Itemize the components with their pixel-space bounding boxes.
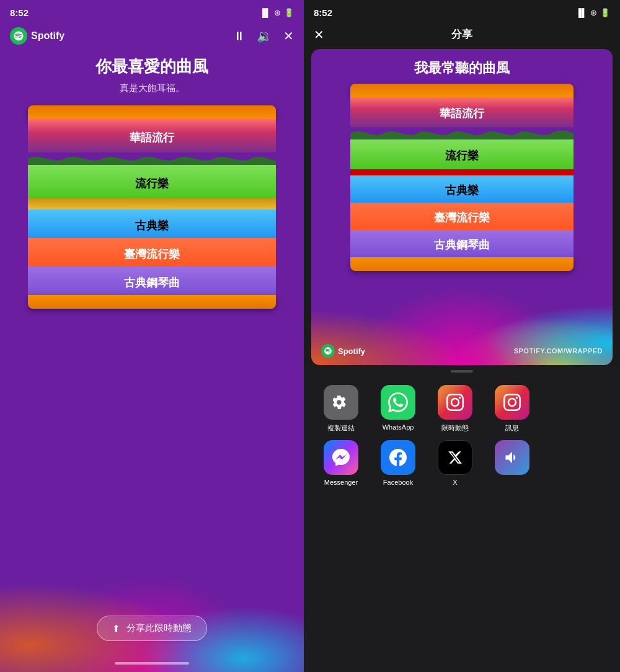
more-app-icon [495,440,529,475]
wave-divider-right [350,127,574,139]
stack-bottom-cap-right [350,257,574,271]
layer-3-text-left: 古典樂 [135,219,169,232]
time-right: 8:52 [314,7,332,18]
share-app-messenger[interactable]: Messenger [319,440,363,486]
left-subtitle: 真是大飽耳福。 [120,82,185,94]
close-icon-left[interactable]: ✕ [283,29,294,43]
close-button-right[interactable]: ✕ [314,27,324,42]
r-layer-5: 古典鋼琴曲 [350,230,574,257]
r-layer-5-text: 古典鋼琴曲 [434,239,490,251]
share-app-insta-story[interactable]: 限時動態 [433,385,477,433]
right-header: ✕ 分享 [304,22,620,46]
insta-msg-label: 訊息 [505,423,519,433]
pause-icon[interactable]: ⏸ [233,29,246,43]
copy-link-label: 複製連結 [327,423,355,433]
volume-icon[interactable]: 🔉 [257,29,272,43]
left-stack-card: 華語流行 流行樂 古典樂 臺灣流行樂 古典鋼琴曲 [28,105,276,309]
share-button-label: 分享此限時動態 [126,622,192,634]
share-card: 我最常聽的曲風 華語流行 流行樂 古典樂 臺灣流行樂 [311,49,613,365]
r-layer-3-text: 古典樂 [445,184,479,197]
layer-2-text-left: 流行樂 [135,177,169,190]
layer-3-left: 古典樂 [28,210,276,238]
status-icons-right: ▐▌ ⊛ 🔋 [576,8,610,17]
right-stack-card: 華語流行 流行樂 古典樂 臺灣流行樂 古典鋼琴曲 [350,84,574,271]
left-panel: 8:52 ▐▌ ⊛ 🔋 Spotify ⏸ 🔉 ✕ 你最喜愛的曲風 真是大飽耳福… [0,0,304,672]
r-layer-2-text: 流行樂 [445,149,479,162]
facebook-app-icon [381,440,415,475]
status-bar-left: 8:52 ▐▌ ⊛ 🔋 [0,0,304,22]
wave-divider-1 [28,153,276,165]
share-url: SPOTIFY.COM/WRAPPED [514,347,603,355]
share-area-left: ⬆ 分享此限時動態 [0,616,304,641]
battery-icon: 🔋 [284,8,294,17]
share-spotify-text: Spotify [338,347,365,356]
wifi-icon: ⊛ [274,8,281,17]
r-layer-1-text: 華語流行 [440,107,484,120]
share-app-more[interactable] [490,440,534,486]
layer-5-text-left: 古典鋼琴曲 [124,276,180,289]
sheet-handle [451,370,473,373]
insta-story-icon [438,385,472,420]
header-actions: ⏸ 🔉 ✕ [233,29,294,43]
right-panel: 8:52 ▐▌ ⊛ 🔋 ✕ 分享 我最常聽的曲風 華語流行 流行樂 [304,0,620,672]
spotify-icon-left [10,27,27,45]
whatsapp-label: WhatsApp [383,423,414,431]
spotify-header-left: Spotify ⏸ 🔉 ✕ [0,22,304,50]
gold-divider-left [28,198,276,210]
share-app-copy-link[interactable]: 複製連結 [319,385,363,433]
stack-top-cap-right [350,84,574,97]
bg-decoration [0,536,304,672]
copy-link-icon [324,385,358,420]
twitter-x-label: X [453,479,457,486]
share-app-facebook[interactable]: Facebook [376,440,420,486]
layer-4-text-left: 臺灣流行樂 [124,248,180,260]
share-panel-title: 分享 [451,27,472,42]
share-card-footer: Spotify SPOTIFY.COM/WRAPPED [311,344,613,358]
share-sheet: 複製連結 WhatsApp 限時動態 [304,365,620,672]
r-layer-2: 流行樂 [350,139,574,169]
r-layer-1: 華語流行 [350,97,574,127]
home-indicator-left [115,662,189,665]
battery-icon-right: 🔋 [600,8,610,17]
r-layer-3: 古典樂 [350,175,574,203]
status-bar-right: 8:52 ▐▌ ⊛ 🔋 [304,0,620,22]
insta-msg-icon [495,385,529,420]
red-divider [350,169,574,175]
r-layer-4-text: 臺灣流行樂 [434,211,490,224]
twitter-x-app-icon [438,440,472,475]
spotify-logo-left: Spotify [10,27,64,45]
stack-bottom-cap-left [28,295,276,309]
share-app-twitter-x[interactable]: X [433,440,477,486]
share-icon: ⬆ [112,623,120,634]
left-content: 你最喜愛的曲風 真是大飽耳福。 華語流行 流行樂 古典樂 [0,50,304,309]
layer-1-left: 華語流行 [28,119,276,153]
spotify-label-left: Spotify [31,30,64,42]
layer-1-text-left: 華語流行 [130,131,174,144]
wifi-icon-right: ⊛ [590,8,597,17]
insta-story-label: 限時動態 [441,423,469,433]
share-app-insta-msg[interactable]: 訊息 [490,385,534,433]
layer-5-left: 古典鋼琴曲 [28,267,276,295]
share-card-title: 我最常聽的曲風 [311,49,613,84]
time-left: 8:52 [10,7,29,18]
whatsapp-icon [381,385,415,420]
layer-4-left: 臺灣流行樂 [28,238,276,267]
share-spotify-icon [321,344,335,358]
r-layer-4: 臺灣流行樂 [350,203,574,230]
share-story-button[interactable]: ⬆ 分享此限時動態 [97,616,207,641]
status-icons-left: ▐▌ ⊛ 🔋 [260,8,294,17]
share-spotify-logo: Spotify [321,344,365,358]
signal-icon: ▐▌ [260,8,271,17]
share-apps-row2: Messenger Facebook X [304,440,620,486]
stack-top-cap-left [28,105,276,119]
share-apps-row1: 複製連結 WhatsApp 限時動態 [304,380,620,440]
left-title: 你最喜愛的曲風 [95,56,208,77]
messenger-app-icon [324,440,358,475]
share-app-whatsapp[interactable]: WhatsApp [376,385,420,433]
messenger-label: Messenger [324,479,358,486]
signal-icon-right: ▐▌ [576,8,587,17]
facebook-label: Facebook [383,479,413,486]
layer-2-left: 流行樂 [28,165,276,198]
